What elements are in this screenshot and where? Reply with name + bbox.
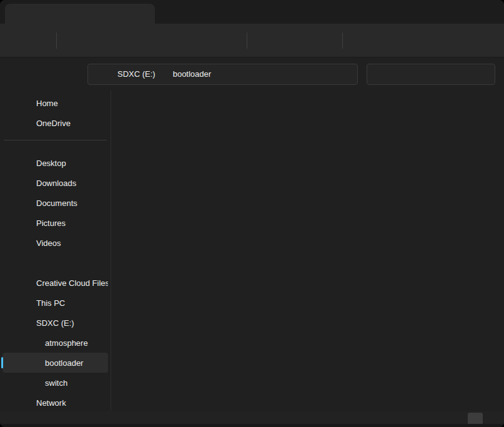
window-bottom-edge [0,424,504,427]
cut-button[interactable] [62,29,87,52]
breadcrumb-chevron-icon [215,70,224,79]
sidebar-item-pictures[interactable]: Pictures [2,213,108,233]
minimize-icon [426,6,438,18]
maximize-button[interactable] [447,0,475,24]
folder-icon [94,69,104,79]
rename-button[interactable] [152,29,177,52]
up-icon [67,68,79,81]
sidebar-item-label: This PC [36,298,108,308]
chevron-placeholder [4,179,14,187]
breadcrumb-item-0[interactable]: SDXC (E:) [113,66,160,82]
share-button[interactable] [182,29,207,52]
toolbar-divider [342,32,343,49]
chevron-placeholder [4,239,14,247]
sidebar-item-label: OneDrive [36,119,108,128]
chevron-down-icon [325,71,333,78]
sidebar-item-bootloader[interactable]: bootloader [2,353,108,373]
chevron-right-icon[interactable] [12,359,22,366]
breadcrumb-item-1[interactable]: bootloader [169,66,215,82]
drive-icon [17,317,30,329]
chevron-down-icon [50,71,57,78]
sidebar-item-label: Documents [36,199,94,208]
sidebar-item-label: bootloader [45,358,108,368]
refresh-icon [342,69,352,79]
refresh-button[interactable] [338,66,355,82]
tab-bootloader[interactable] [5,4,155,24]
back-button[interactable] [6,65,24,84]
address-bar[interactable]: SDXC (E:)bootloader [87,64,358,85]
search-input[interactable] [379,69,489,79]
sidebar-item-atmosphere[interactable]: atmosphere [2,333,108,353]
copy-icon [98,34,111,47]
chevron-right-icon[interactable] [4,279,14,287]
more-options-button[interactable] [349,29,369,52]
chevron-right-icon[interactable] [12,379,22,386]
sidebar-item-label: switch [45,378,108,388]
new-plus-icon [15,35,26,46]
new-tab-button[interactable] [164,8,179,23]
close-icon [483,6,496,18]
sidebar-item-videos[interactable]: Videos [2,233,108,253]
view-button[interactable] [296,29,337,52]
details-view-button[interactable] [468,413,483,425]
chevron-down-icon [36,37,44,44]
sidebar-item-label: Desktop [36,159,94,168]
sidebar-item-downloads[interactable]: Downloads [2,173,108,193]
pin-icon [94,158,104,168]
recent-locations-button[interactable] [45,65,62,84]
window-controls [418,0,504,24]
sidebar-item-documents[interactable]: Documents [2,193,108,213]
sidebar-item-this-pc[interactable]: This PC [2,293,108,313]
pictures-icon [17,217,30,229]
sidebar: HomeOneDriveDesktopDownloadsDocumentsPic… [0,91,111,411]
address-dropdown-button[interactable] [321,66,337,82]
sort-button[interactable] [254,29,295,52]
onedrive-icon [17,117,30,129]
sidebar-item-label: Pictures [36,218,94,228]
sidebar-item-sdxc-drive[interactable]: SDXC (E:) [2,313,108,333]
paste-button[interactable] [122,29,147,52]
chevron-right-icon[interactable] [12,339,22,346]
forward-button[interactable] [26,65,43,84]
search-box[interactable] [367,64,495,85]
sidebar-item-label: Videos [36,238,94,248]
new-button[interactable] [10,29,51,52]
more-icon [353,34,365,47]
sidebar-item-onedrive[interactable]: OneDrive [2,113,108,133]
sort-caret-icon [192,93,202,103]
minimize-button[interactable] [418,0,447,24]
sidebar-item-home[interactable]: Home [2,93,108,113]
desktop-icon [17,157,30,169]
chevron-right-icon[interactable] [4,399,14,406]
sidebar-item-creative-cloud-files[interactable]: Creative Cloud Files [2,273,108,293]
rename-icon [158,34,170,47]
back-icon [9,68,21,81]
chevron-placeholder [4,99,14,107]
chevron-right-icon[interactable] [4,299,14,307]
address-row: SDXC (E:)bootloader [0,57,504,91]
delete-button[interactable] [212,29,237,52]
sidebar-item-label: atmosphere [45,338,108,348]
close-window-button[interactable] [475,0,504,24]
chevron-down-icon [324,37,331,44]
selection-indicator [1,357,3,368]
toolbar-divider [56,32,57,49]
up-button[interactable] [64,65,82,84]
sidebar-item-network[interactable]: Network [2,393,108,411]
copy-button[interactable] [92,29,117,52]
column-headers [111,93,504,113]
thumbnails-view-icon [486,413,497,425]
window-body: HomeOneDriveDesktopDownloadsDocumentsPic… [0,91,504,411]
trash-icon [218,34,230,47]
videos-icon [17,237,30,249]
tab-close-button[interactable] [136,7,150,21]
details-view-icon [470,413,481,425]
chevron-placeholder [4,199,14,207]
home-icon [17,97,30,109]
sort-icon [260,34,272,47]
thumbnails-view-button[interactable] [484,413,499,425]
chevron-right-icon[interactable] [4,119,14,127]
chevron-down-icon[interactable] [4,319,14,326]
sidebar-item-switch[interactable]: switch [2,373,108,393]
sidebar-item-desktop[interactable]: Desktop [2,153,108,173]
